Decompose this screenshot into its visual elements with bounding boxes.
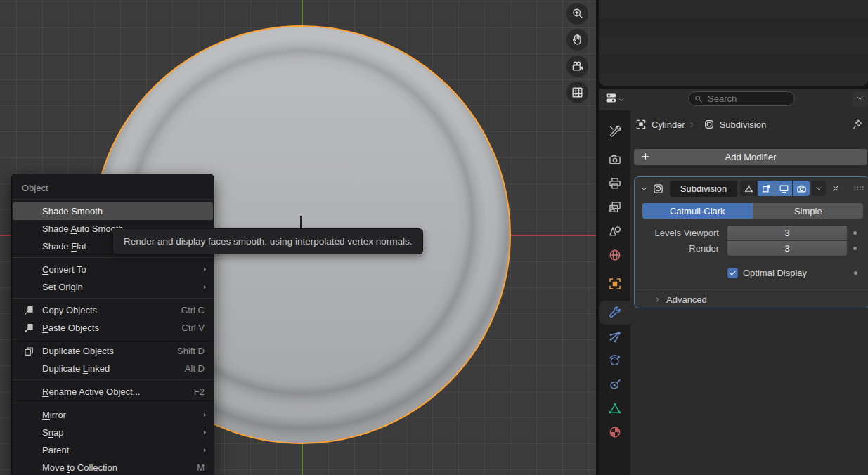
- tab-scene-properties[interactable]: [599, 219, 630, 243]
- tab-tool-properties[interactable]: [599, 119, 630, 143]
- menu-item-set-origin[interactable]: Set Origin: [13, 278, 213, 296]
- decorator-dot[interactable]: [854, 271, 857, 275]
- tab-physics-properties[interactable]: [599, 349, 630, 372]
- menu-item-duplicate-objects[interactable]: Duplicate ObjectsShift D: [13, 342, 213, 360]
- search-input[interactable]: [706, 93, 786, 105]
- tab-group-gap: [599, 267, 630, 272]
- modifier-extras-button[interactable]: [812, 181, 826, 196]
- modifier-fields: Levels Viewport3Render3: [635, 226, 868, 256]
- menu-item-parent[interactable]: Parent: [13, 441, 213, 459]
- realtime-display-toggle[interactable]: [775, 181, 792, 196]
- subsurf-modifier-icon: [704, 119, 715, 130]
- menu-item-label: Move to Collection: [42, 462, 197, 473]
- zoom-gizmo-button[interactable]: [566, 3, 588, 25]
- panel-expand-chevron-icon[interactable]: [640, 184, 649, 193]
- header-options-button[interactable]: [853, 91, 867, 107]
- tab-particles-properties[interactable]: [599, 325, 630, 349]
- field-label: Render: [635, 243, 719, 254]
- tab-modifiers-properties[interactable]: [599, 301, 630, 325]
- optimal-display-label: Optimal Display: [743, 268, 807, 278]
- chevron-down-icon: [618, 93, 625, 106]
- mesh-data-icon: [608, 401, 622, 415]
- menu-item-convert-to[interactable]: Convert To: [13, 261, 213, 278]
- drag-handle-icon[interactable]: [853, 182, 865, 195]
- menu-item-shortcut: Shift D: [177, 346, 205, 356]
- tab-render-properties[interactable]: [599, 148, 630, 171]
- menu-item-shade-smooth[interactable]: Shade Smooth: [13, 202, 213, 220]
- field-row: Render3: [635, 241, 868, 256]
- menu-item-label: Set Origin: [42, 282, 201, 292]
- breadcrumb-modifier[interactable]: Subdivision: [720, 119, 767, 130]
- add-modifier-button[interactable]: Add Modifier: [634, 149, 867, 165]
- tab-world-properties[interactable]: [599, 243, 630, 267]
- menu-item-paste-objects[interactable]: Paste ObjectsCtrl V: [13, 319, 213, 337]
- menu-separator: [13, 257, 213, 258]
- tab-group-gap: [599, 296, 630, 301]
- right-editor-region: Cylinder Subdivision Add Modifier Catmul…: [596, 0, 868, 475]
- menu-item-copy-objects[interactable]: Copy ObjectsCtrl C: [13, 301, 213, 319]
- output-icon: [608, 176, 622, 190]
- render-display-toggle[interactable]: [793, 181, 810, 196]
- menu-item-snap[interactable]: Snap: [13, 424, 213, 441]
- decorator-dot[interactable]: [853, 247, 857, 250]
- field-value-render[interactable]: 3: [727, 241, 847, 256]
- menu-item-rename-active-object[interactable]: Rename Active Object...F2: [13, 383, 213, 401]
- tab-material-properties[interactable]: [599, 420, 630, 444]
- type-option-simple[interactable]: Simple: [753, 203, 864, 219]
- type-option-catmull-clark[interactable]: Catmull-Clark: [642, 203, 753, 219]
- shade-smooth-tooltip: Render and display faces smooth, using i…: [112, 228, 423, 254]
- material-icon: [608, 425, 622, 439]
- menu-item-label: Paste Objects: [42, 323, 182, 333]
- menu-separator: [13, 298, 213, 299]
- breadcrumb-object[interactable]: Cylinder: [652, 119, 685, 130]
- tab-view-layer-properties[interactable]: [599, 195, 630, 219]
- menu-item-label: Convert To: [42, 264, 201, 275]
- cage-display-toggle[interactable]: [758, 181, 775, 196]
- pin-icon[interactable]: [852, 119, 863, 130]
- cage-icon: [761, 183, 772, 194]
- grid-icon: [571, 86, 584, 99]
- breadcrumb: Cylinder Subdivision: [630, 116, 868, 133]
- pan-gizmo-button[interactable]: [566, 29, 588, 51]
- tab-object-properties[interactable]: [599, 272, 630, 296]
- modifier-name-field[interactable]: [670, 181, 737, 197]
- properties-editor-icon: [604, 91, 618, 108]
- field-label: Levels Viewport: [635, 228, 719, 238]
- optimal-display-checkbox[interactable]: [727, 268, 738, 278]
- camera-view-gizmo-button[interactable]: [566, 56, 588, 77]
- object-data-icon: [635, 119, 647, 130]
- render-icon: [608, 152, 622, 167]
- toggle-ortho-gizmo-button[interactable]: [566, 82, 588, 103]
- view-layer-icon: [608, 200, 622, 214]
- close-icon[interactable]: [831, 183, 841, 193]
- field-value-levels-viewport[interactable]: 3: [727, 226, 847, 240]
- edit-mode-display-toggle[interactable]: [740, 181, 757, 196]
- menu-item-shortcut: M: [197, 462, 205, 473]
- tab-constraints-properties[interactable]: [599, 372, 630, 396]
- chevron-down-icon: [855, 93, 864, 105]
- tool-icon: [608, 124, 622, 138]
- submenu-arrow-icon: [201, 266, 209, 273]
- outliner-panel[interactable]: [599, 0, 868, 86]
- chevron-right-icon: [654, 296, 661, 304]
- menu-item-label: Shade Smooth: [42, 206, 213, 216]
- submenu-arrow-icon: [201, 283, 209, 291]
- tab-object-data-properties[interactable]: [599, 396, 630, 420]
- properties-search[interactable]: [688, 91, 795, 106]
- menu-separator: [13, 339, 213, 339]
- tab-output-properties[interactable]: [599, 171, 630, 195]
- subdivision-type-toggle: Catmull-ClarkSimple: [642, 203, 863, 219]
- plus-icon: [640, 151, 651, 164]
- properties-header: [599, 89, 868, 110]
- decorator-dot[interactable]: [853, 231, 857, 235]
- menu-separator: [13, 379, 213, 380]
- duplicate-icon: [22, 346, 35, 357]
- menu-item-duplicate-linked[interactable]: Duplicate LinkedAlt D: [13, 360, 213, 377]
- menu-item-label: Duplicate Linked: [42, 363, 185, 374]
- properties-tab-strip: [599, 110, 630, 475]
- advanced-subpanel-header[interactable]: Advanced: [635, 289, 868, 308]
- editor-type-button[interactable]: [604, 91, 625, 108]
- menu-item-mirror[interactable]: Mirror: [13, 406, 213, 424]
- menu-item-move-to-collection[interactable]: Move to CollectionM: [13, 459, 213, 475]
- submenu-arrow-icon: [201, 411, 209, 419]
